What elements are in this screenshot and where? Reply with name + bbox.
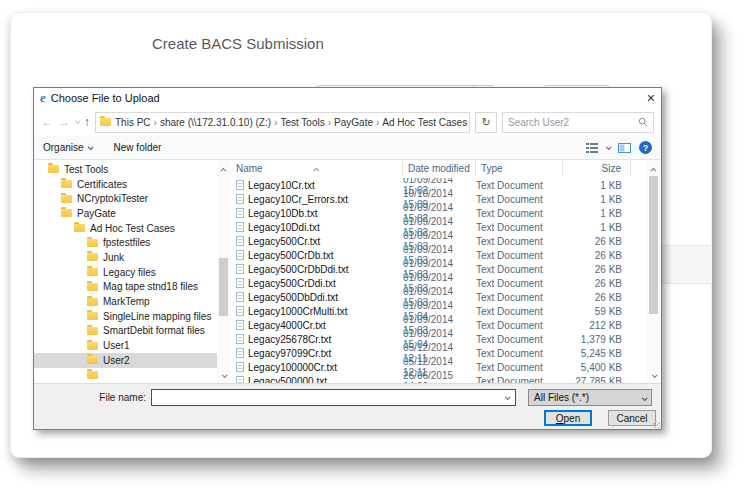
file-size-cell: 26 KB (563, 292, 631, 303)
tree-item-label: User1 (103, 340, 130, 351)
breadcrumb-segment[interactable]: share (\\172.31.0.10) (Z:) (158, 117, 273, 128)
file-name-input[interactable] (152, 390, 499, 405)
tree-item-label: Test Tools (64, 164, 108, 175)
folder-icon (61, 180, 72, 188)
tree-item-label: Ad Hoc Test Cases (90, 223, 175, 234)
tree-item[interactable]: Certificates (34, 177, 217, 192)
breadcrumb-segment[interactable]: Test Tools (278, 117, 326, 128)
refresh-icon[interactable]: ↻ (475, 112, 497, 133)
file-size-cell: 5,245 KB (563, 348, 631, 359)
scroll-up-icon[interactable] (217, 163, 231, 174)
page-title: Create BACS Submission (152, 35, 324, 52)
file-name-cell: Legacy500DbDdi.txt (231, 292, 403, 303)
tree-item-label: Certificates (77, 179, 127, 190)
file-type-cell: Text Document (476, 236, 563, 247)
tree-item[interactable]: SingleLine mapping files (34, 309, 217, 324)
chevron-down-icon[interactable] (499, 396, 515, 400)
tree-item-partial[interactable] (34, 368, 217, 383)
close-icon[interactable]: × (629, 91, 655, 105)
back-icon[interactable]: ← (41, 116, 53, 128)
tree-item-label: User2 (103, 355, 130, 366)
text-document-icon (236, 180, 244, 190)
file-name-cell: Legacy100000Cr.txt (231, 362, 403, 373)
file-type-cell: Text Document (476, 334, 563, 345)
file-name-cell: Legacy10Cr.txt (231, 180, 403, 191)
file-name-combo[interactable] (151, 389, 516, 406)
dialog-titlebar[interactable]: e Choose File to Upload × (34, 88, 661, 108)
tree-item[interactable]: User1 (34, 338, 217, 353)
file-type-cell: Text Document (476, 292, 563, 303)
view-mode-chevron-icon[interactable] (606, 144, 612, 150)
column-header-size[interactable]: Size (563, 160, 631, 176)
file-size-cell: 1 KB (563, 222, 631, 233)
search-input[interactable] (508, 117, 638, 128)
dialog-title: Choose File to Upload (51, 92, 624, 104)
column-header-type[interactable]: Type (476, 160, 563, 176)
file-date-cell: 26/06/2015 14:39 (403, 370, 476, 383)
folder-icon (61, 209, 72, 217)
tree-item[interactable]: PayGate (34, 206, 217, 221)
command-toolbar: Organise New folder ? (34, 136, 661, 160)
file-type-cell: Text Document (476, 278, 563, 289)
tree-item[interactable]: NCryptokiTester (34, 191, 217, 206)
file-name-text: Legacy500CrDdi.txt (248, 278, 336, 289)
text-document-icon (236, 236, 244, 246)
file-list-header: Name Date modified Type Size (231, 160, 647, 178)
folder-icon (87, 371, 98, 379)
up-icon[interactable]: ↑ (84, 116, 90, 128)
tree-item[interactable]: Mag tape stnd18 files (34, 280, 217, 295)
open-button[interactable]: Open (544, 410, 592, 426)
new-folder-button[interactable]: New folder (114, 142, 162, 153)
tree-item[interactable]: MarkTemp (34, 294, 217, 309)
text-document-icon (236, 362, 244, 372)
file-name-cell: Legacy500Cr.txt (231, 236, 403, 247)
forward-icon[interactable]: → (58, 116, 70, 128)
scroll-down-icon[interactable] (217, 369, 231, 380)
file-type-cell: Text Document (476, 250, 563, 261)
column-header-name[interactable]: Name (231, 160, 403, 176)
scroll-up-icon[interactable] (647, 163, 661, 174)
list-scrollbar-thumb[interactable] (649, 176, 658, 314)
resize-grip[interactable] (653, 421, 660, 428)
file-type-cell: Text Document (476, 376, 563, 384)
breadcrumb[interactable]: This PC›share (\\172.31.0.10) (Z:)›Test … (95, 112, 470, 133)
scroll-down-icon[interactable] (647, 369, 661, 380)
tree-item[interactable]: Ad Hoc Test Cases (34, 221, 217, 236)
cancel-button[interactable]: Cancel (608, 410, 656, 426)
folder-icon (87, 312, 98, 320)
breadcrumb-segment[interactable]: This PC (113, 117, 153, 128)
tree-item[interactable]: SmartDebit format files (34, 324, 217, 339)
tree-item-label: fpstestfiles (103, 237, 150, 248)
view-mode-icon[interactable] (586, 143, 598, 153)
file-type-cell: Text Document (476, 264, 563, 275)
file-type-select[interactable]: All Files (*.*) (528, 389, 652, 406)
organise-menu[interactable]: Organise (43, 142, 92, 153)
cancel-button-label: Cancel (616, 413, 647, 424)
folder-icon (87, 268, 98, 276)
dialog-footer: File name: All Files (*.*) Open Cancel (34, 383, 661, 429)
preview-pane-icon[interactable] (618, 143, 631, 153)
folder-icon (87, 253, 98, 261)
tree-item[interactable]: Test Tools (34, 162, 217, 177)
file-name-cell: Legacy500CrDb.txt (231, 250, 403, 261)
column-header-date-modified[interactable]: Date modified (403, 160, 476, 176)
text-document-icon (236, 320, 244, 330)
tree-item-label: Junk (103, 252, 124, 263)
file-size-cell: 26 KB (563, 278, 631, 289)
search-box[interactable] (502, 112, 654, 133)
tree-item[interactable]: User2 (34, 353, 217, 368)
tree-item[interactable]: Junk (34, 250, 217, 265)
tree-item[interactable]: Legacy files (34, 265, 217, 280)
tree-item[interactable]: fpstestfiles (34, 235, 217, 250)
breadcrumb-segment[interactable]: Ad Hoc Test Cases (380, 117, 469, 128)
history-chevron-icon[interactable] (75, 118, 81, 124)
help-icon[interactable]: ? (639, 141, 652, 154)
text-document-icon (236, 376, 244, 383)
table-row[interactable]: Legacy500000.txt26/06/2015 14:39Text Doc… (231, 374, 647, 383)
tree-scrollbar[interactable] (217, 160, 231, 383)
tree-scrollbar-thumb[interactable] (219, 258, 228, 316)
list-scrollbar[interactable] (647, 160, 661, 383)
breadcrumb-segment[interactable]: PayGate (332, 117, 375, 128)
folder-icon (100, 118, 111, 126)
file-name-cell: Legacy25678Cr.txt (231, 334, 403, 345)
